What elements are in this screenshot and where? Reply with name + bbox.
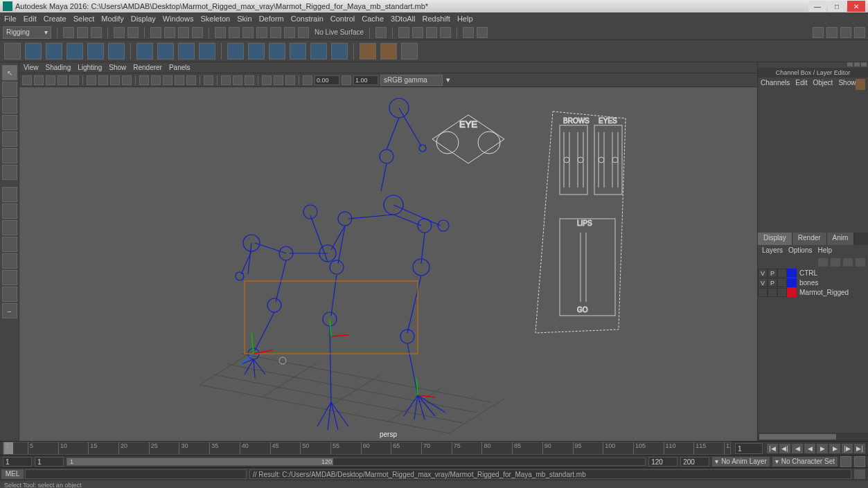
menu-constrain[interactable]: Constrain [291,15,324,23]
menu-select[interactable]: Select [73,15,95,23]
tool-settings-toggle-icon[interactable] [826,27,838,38]
layer-visibility[interactable]: V [758,278,768,287]
close-button[interactable]: ✕ [847,1,865,12]
joint-tool-icon[interactable] [25,43,42,60]
layer-new-icon[interactable] [818,258,828,266]
create-deformer-d-icon[interactable] [290,43,306,60]
step-back-button[interactable]: ◀ [792,444,803,453]
timeline[interactable]: 1510152025303540455055606570758085909510… [0,441,868,455]
layer-color-swatch[interactable] [787,269,797,278]
shelf-handle-icon[interactable] [4,43,21,60]
menu-create[interactable]: Create [44,15,67,23]
create-deformer-c-icon[interactable] [269,43,285,60]
textured-icon[interactable] [163,75,172,85]
snap-plane-icon[interactable] [256,27,267,38]
viewport-layout-a-icon[interactable] [463,27,474,38]
xray-components-icon[interactable] [245,75,254,85]
script-lang-label[interactable]: MEL [1,469,24,479]
panel-menu-view[interactable]: View [24,64,39,71]
open-scene-icon[interactable] [77,27,88,38]
human-ik-icon[interactable] [401,43,418,60]
play-forward-button[interactable]: ▶ [817,444,828,453]
exposure-b-icon[interactable] [285,75,295,85]
single-view-icon[interactable] [2,187,17,202]
last-tool-icon[interactable] [2,165,17,180]
paint-select-tool-icon[interactable] [2,98,17,114]
command-input[interactable] [25,469,247,479]
modeling-toolkit-toggle-icon[interactable] [854,27,865,38]
bind-skin-icon[interactable] [136,43,153,60]
hypershade-icon[interactable] [440,27,451,38]
menu-redshift[interactable]: Redshift [423,15,450,23]
menu-deform[interactable]: Deform [259,15,284,23]
menu-edit[interactable]: Edit [24,15,37,23]
menu-skin[interactable]: Skin [237,15,251,23]
layer-opt-options[interactable]: Options [788,246,812,254]
rotate-tool-icon[interactable] [2,132,17,147]
channel-menu-object[interactable]: Object [813,79,833,87]
grid-icon[interactable] [87,75,96,85]
layer-tab-display[interactable]: Display [758,233,792,245]
create-deformer-a-icon[interactable] [227,43,244,60]
ipr-icon[interactable] [412,27,423,38]
exposure-icon[interactable] [262,75,272,85]
range-start-outer[interactable]: 1 [3,457,32,467]
channel-box-toggle-icon[interactable] [840,27,851,38]
panel-menu-shading[interactable]: Shading [46,64,71,71]
snap-point-icon[interactable] [242,27,254,38]
go-end-button[interactable]: ▶| [854,444,865,453]
layer-color-swatch[interactable] [787,278,797,287]
step-back-key-button[interactable]: ◀| [779,444,790,453]
collapse-icon[interactable]: – [2,303,17,318]
lasso-tool-icon[interactable] [2,82,17,97]
channel-menu-show[interactable]: Show [838,79,856,87]
layer-row[interactable]: Marmot_Rigged [758,288,868,298]
range-end-inner[interactable]: 120 [648,457,677,467]
orient-joint-icon[interactable] [87,43,104,60]
detach-skin-icon[interactable] [157,43,174,60]
exposure-input[interactable] [315,75,339,85]
viewport[interactable]: EYE BROWS EYES [19,87,757,441]
save-scene-icon[interactable] [91,27,102,38]
layer-playback[interactable] [768,288,777,297]
panel-menu-renderer[interactable]: Renderer [133,64,162,71]
scale-tool-icon[interactable] [2,148,17,163]
layout-b-icon[interactable] [2,237,17,252]
layer-opt-help[interactable]: Help [817,246,832,254]
layer-type[interactable] [777,278,787,287]
mirror-weights-icon[interactable] [199,43,215,60]
paint-weights-icon[interactable] [178,43,195,60]
isolate-icon[interactable] [204,75,213,85]
minimize-button[interactable]: — [808,1,826,12]
select-multi-icon[interactable] [192,27,203,38]
channel-menu-edit[interactable]: Edit [795,79,807,87]
select-tool-icon[interactable]: ↖ [2,65,17,80]
viewport-layout-b-icon[interactable] [477,27,488,38]
layer-opt-layers[interactable]: Layers [762,246,783,254]
snap-grid-icon[interactable] [215,27,226,38]
layer-type[interactable] [777,269,787,278]
layout-e-icon[interactable] [2,287,17,302]
create-deformer-f-icon[interactable] [331,43,348,60]
menu-control[interactable]: Control [330,15,355,23]
layer-add-icon[interactable] [856,258,865,266]
layer-down-icon[interactable] [843,258,853,266]
step-forward-key-button[interactable]: |▶ [842,444,853,453]
mirror-joint-icon[interactable] [67,43,83,60]
exposure-slider-icon[interactable] [303,75,312,85]
wireframe-icon[interactable] [139,75,149,85]
menu-modify[interactable]: Modify [101,15,123,23]
auto-key-icon[interactable] [840,456,851,467]
ik-handle-icon[interactable] [108,43,125,60]
create-deformer-e-icon[interactable] [310,43,327,60]
shadows-icon[interactable] [186,75,196,85]
constraint-b-icon[interactable] [380,43,397,60]
menu-file[interactable]: File [4,15,17,23]
lights-icon[interactable] [175,75,184,85]
menu-cache[interactable]: Cache [362,15,384,23]
layer-visibility[interactable]: V [758,269,768,278]
insert-joint-icon[interactable] [46,43,62,60]
snap-curve-icon[interactable] [229,27,240,38]
render-icon[interactable] [398,27,409,38]
play-back-button[interactable]: ◀ [804,444,815,453]
